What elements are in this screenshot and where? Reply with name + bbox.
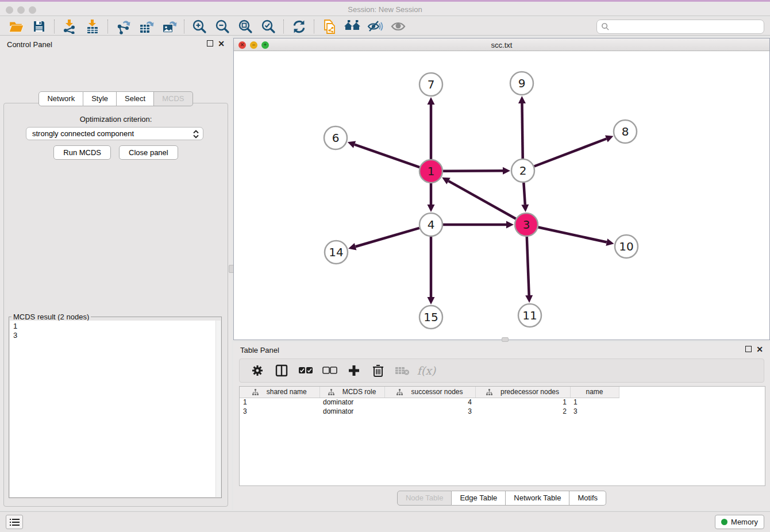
columns-icon [275,364,288,377]
column-header-predecessor-nodes[interactable]: predecessor nodes [475,387,570,398]
graph-edge-4-14[interactable] [356,228,419,246]
graph-node-1[interactable]: 1 [419,160,442,183]
graph-edge-1-6[interactable] [355,145,419,168]
graph-node-6[interactable]: 6 [324,126,347,149]
zoom-out-icon [215,19,230,34]
graph-node-8[interactable]: 8 [614,120,637,143]
table-row[interactable]: 1 dominator 4 1 1 [240,398,619,407]
graph-edge-2-9[interactable] [522,103,522,159]
add-column-icon [348,364,360,377]
mcds-buttons-row: Run MCDS Close panel [4,145,228,160]
search-input[interactable] [610,23,764,31]
add-column-button[interactable] [343,361,365,380]
graph-edge-3-10[interactable] [538,227,607,242]
tab-mcds[interactable]: MCDS [154,91,192,106]
table-row[interactable]: 3 dominator 3 2 3 [240,407,619,416]
graph-node-3[interactable]: 3 [515,213,538,236]
float-panel-icon[interactable] [207,40,213,47]
task-history-button[interactable] [6,515,23,529]
graph-edge-arrowhead [506,221,514,229]
export-network-button[interactable] [111,18,134,34]
zoom-in-button[interactable] [188,18,211,34]
import-network-button[interactable] [58,18,81,34]
graph-node-4[interactable]: 4 [419,213,442,236]
tab-select[interactable]: Select [117,91,154,106]
tab-style[interactable]: Style [83,91,117,106]
zoom-fit-button[interactable] [234,18,257,34]
delete-column-button[interactable] [367,361,389,380]
zoom-in-icon [192,19,207,34]
close-panel-button[interactable]: Close panel [119,145,178,160]
column-header-shared-name[interactable]: shared name [240,387,319,398]
graph-edge-3-1[interactable] [449,181,516,219]
hide-selected-button[interactable] [364,18,387,34]
export-table-icon [138,19,154,34]
table-tabs: Node Table Edge Table Network Table Moti… [233,491,770,506]
mcds-result-list[interactable]: 1 3 [10,321,221,497]
select-all-button[interactable] [295,361,317,380]
import-table-button[interactable] [81,18,104,34]
tab-network[interactable]: Network [38,91,83,106]
export-network-icon [116,19,131,34]
graph-node-7[interactable]: 7 [419,73,442,96]
horizontal-splitter-handle[interactable] [502,337,509,342]
toolbar-separator [184,20,184,33]
column-header-name[interactable]: name [570,387,619,398]
save-session-button[interactable] [28,18,51,34]
export-table-button[interactable] [134,18,157,34]
export-image-icon [161,19,177,34]
criterion-dropdown[interactable]: strongly connected component [26,127,203,140]
graph-node-2[interactable]: 2 [511,159,534,182]
table-toolbar: f(x) [239,358,764,383]
graph-edge-2-3[interactable] [523,183,525,205]
tab-edge-table[interactable]: Edge Table [452,491,506,506]
list-icon [10,518,20,526]
network-window-titlebar[interactable]: ✕ − + scc.txt [234,38,769,51]
table-panel: Table Panel ✕ [233,342,770,510]
table-float-panel-icon[interactable] [745,346,752,352]
graph-edge-arrowhead [518,96,526,103]
zoom-out-button[interactable] [211,18,234,34]
show-all-button[interactable] [387,18,410,34]
graph-edge-2-8[interactable] [534,138,607,166]
svg-text:9: 9 [518,76,526,90]
mcds-result-item[interactable]: 1 [13,322,221,331]
table-close-panel-icon[interactable]: ✕ [756,346,763,353]
graph-edge-3-11[interactable] [527,237,529,295]
close-panel-icon[interactable]: ✕ [218,40,225,47]
open-file-button[interactable] [5,18,28,34]
tab-network-table[interactable]: Network Table [506,491,569,506]
graph-node-15[interactable]: 15 [419,306,442,329]
app-titlebar: Session: New Session [0,0,770,16]
svg-text:2: 2 [519,164,527,178]
graph-node-14[interactable]: 14 [325,241,348,264]
node-table-container: shared name MCDS role successor nodes pr… [239,386,765,486]
export-image-button[interactable] [157,18,180,34]
graph-node-11[interactable]: 11 [518,304,541,327]
deselect-all-button[interactable] [319,361,341,380]
graph-node-10[interactable]: 10 [615,235,638,258]
run-mcds-button[interactable]: Run MCDS [53,145,111,160]
column-type-icon [328,389,334,395]
tab-node-table[interactable]: Node Table [397,491,452,506]
column-header-mcds-role[interactable]: MCDS role [319,387,384,398]
zoom-selected-button[interactable] [257,18,280,34]
duplicate-network-button[interactable] [318,18,341,34]
graph-node-9[interactable]: 9 [510,72,533,95]
search-field[interactable] [596,20,764,34]
tab-motifs[interactable]: Motifs [569,491,606,506]
graph-edge-arrowhead [428,205,435,212]
first-neighbors-button[interactable] [341,18,364,34]
memory-button[interactable]: Memory [715,515,764,529]
table-settings-button[interactable] [247,361,268,380]
mcds-result-item[interactable]: 3 [13,331,221,340]
svg-text:1: 1 [428,164,435,178]
mcds-result-scrollbar[interactable] [215,321,221,497]
show-columns-button[interactable] [271,361,292,380]
refresh-button[interactable] [287,18,310,34]
svg-text:7: 7 [428,78,435,91]
graph-edge-1-2[interactable] [443,171,503,171]
column-header-successor-nodes[interactable]: successor nodes [384,387,475,398]
toolbar-separator [107,20,108,33]
network-canvas[interactable]: 7968124314101511 [234,51,769,340]
